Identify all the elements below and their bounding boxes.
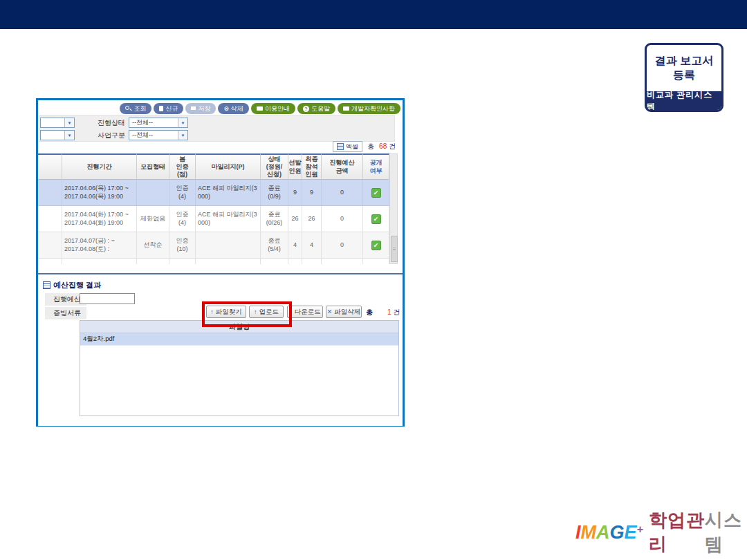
search-button[interactable]: 조회 [120,103,151,114]
cell-selected: 26 [288,206,302,232]
developer-icon [343,106,349,111]
cell-selected: 9 [288,180,302,206]
cell-period: 2017.04.04(화) 17:00 ~ 2017.04.04(화) 19:0… [62,206,137,232]
badge-title-line2: 등록 [673,68,695,83]
cell-period: 2017.04.07(금) : ~ 2017.04.08(토) : [62,232,137,259]
file-total-label: 총 [366,308,373,317]
cell-final: 4 [302,232,322,259]
cell-mileage: ACE 해피 마일리지(3000) [196,206,261,232]
logo-letter: M [581,522,597,543]
header-period: 진행기간 [62,153,137,180]
cell-budget: 0 [322,206,363,232]
upload-label: 업로드 [259,308,279,317]
public-checkbox[interactable]: ✔ [371,188,381,198]
chevron-down-icon: ▼ [64,131,74,140]
cell-cert: 인증 (4) [169,180,196,206]
new-button-label: 신규 [165,104,178,113]
table-row[interactable]: 2017.04.06(목) 17:00 ~ 2017.04.06(목) 19:0… [38,180,398,206]
cell-final: 9 [302,180,322,206]
top-header-bar [0,0,747,29]
guide-icon [257,106,263,111]
summary-row: 엑셀 총 68 건 [333,141,396,152]
scrollbar-thumb[interactable]: ≡ [391,236,398,262]
filter-panel: ▼ 진행상태 --전체-- ▼ ▼ 사업구분 --전체-- ▼ [39,115,395,142]
delete-button-label: 삭제 [231,104,243,113]
upload-icon: ↑ [254,308,257,315]
upload-icon: ↑ [210,308,214,315]
table-row[interactable]: 2017.04.04(화) 17:00 ~ 2017.04.04(화) 19:0… [38,206,398,232]
header-cert: 봄 인증 (점) [169,153,196,180]
cell-recruit-type: 선착순 [137,232,169,259]
filter-label-progress-status: 진행상태 [93,118,125,128]
developer-check-label: 개발자확인사항 [351,104,395,113]
business-type-dropdown[interactable]: --전체-- ▼ [129,130,188,140]
logo-letter: A [596,522,610,543]
cell-period: 2017.04.06(목) 17:00 ~ 2017.04.06(목) 19:0… [62,180,137,206]
business-type-value: --전체-- [132,131,153,140]
exec-budget-input[interactable] [80,293,135,304]
app-window: 조회 신규 저장 ⊗ 삭제 이용안내 도움말 개발자확인사항 [36,98,405,427]
table-header-row: 진행기간 모집형태 봄 인증 (점) 마일리지(P) 상태 (정원/ 신청) 선… [38,153,398,180]
new-button[interactable]: 신규 [154,103,183,114]
logo-letter: G [610,522,625,543]
filter-dropdown-cutoff-2[interactable]: ▼ [40,130,75,140]
excel-icon [337,143,344,150]
file-find-button[interactable]: ↑ 파일찾기 [206,306,246,318]
badge-subtitle: 비교과 관리시스템 [647,91,721,110]
save-icon [191,106,196,111]
header-final: 최종 참석 인원 [302,153,322,180]
upload-button[interactable]: ↑ 업로드 [249,306,284,318]
file-count-unit: 건 [393,308,400,316]
filter-dropdown-cutoff-1[interactable]: ▼ [40,118,75,128]
search-button-label: 조회 [133,104,146,113]
table-row[interactable]: 2017.04.07(금) : ~ 2017.04.08(토) : 선착순 인증… [38,232,398,259]
chevron-down-icon: ▼ [64,118,74,127]
cell-final: 26 [302,206,322,232]
header-status: 상태 (정원/ 신청) [261,153,288,180]
header-budget: 진행예산 금액 [322,153,363,180]
logo-word-1: 학업관리 [649,508,705,557]
file-row[interactable]: 4월2차.pdf [80,333,398,346]
help-icon [303,106,309,112]
progress-status-value: --전체-- [132,118,153,127]
usage-guide-button[interactable]: 이용안내 [251,103,295,114]
file-count: 1 [387,308,391,316]
save-button: 저장 [185,103,216,114]
cell-cert: 인증 (10) [169,232,196,259]
delete-icon: ⊗ [223,106,229,112]
public-checkbox[interactable]: ✔ [371,241,381,250]
logo-letter: I [575,522,581,543]
cell-status: 종료 (0/9) [261,180,288,206]
public-checkbox[interactable]: ✔ [371,214,381,224]
progress-status-dropdown[interactable]: --전체-- ▼ [129,118,188,128]
table-scrollbar[interactable]: ≡ [389,153,398,264]
logo-image-plus: I M A G E + [575,522,643,543]
logo-word-2: 시스템 [705,508,747,557]
header-mileage: 마일리지(P) [196,153,261,180]
download-button[interactable]: ↓ 다운로드 [287,306,323,318]
download-icon: ↓ [289,308,293,315]
logo-letter: E [625,522,637,543]
report-register-badge: 결과 보고서 등록 비교과 관리시스템 [645,43,723,112]
cell-budget: 0 [322,180,363,206]
file-table: 파일명 4월2차.pdf [80,320,399,416]
cell-budget: 0 [322,232,363,259]
file-delete-button[interactable]: ✕ 파일삭제 [326,306,362,318]
toolbar: 조회 신규 저장 ⊗ 삭제 이용안내 도움말 개발자확인사항 [120,102,400,115]
delete-button[interactable]: ⊗ 삭제 [218,103,249,114]
cell-status: 종료 (0/26) [261,206,288,232]
help-button-label: 도움말 [311,104,330,113]
logo-plus-mark: + [637,523,643,536]
help-button[interactable]: 도움말 [297,103,335,114]
cell-recruit-type [137,180,169,206]
file-table-header: 파일명 [80,321,398,333]
budget-result-panel: 예산집행 결과 집행예산 증빙서류 ↑ 파일찾기 ↑ 업로드 ↓ 다운로드 ✕ … [38,273,403,426]
badge-title-line1: 결과 보고서 [655,54,713,68]
download-label: 다운로드 [295,308,321,317]
excel-export-button[interactable]: 엑셀 [333,141,362,152]
developer-check-button[interactable]: 개발자확인사항 [338,103,400,114]
excel-button-label: 엑셀 [346,142,358,151]
header-public: 공개 여부 [363,153,389,180]
cell-mileage [196,232,261,259]
new-doc-icon [159,106,163,111]
